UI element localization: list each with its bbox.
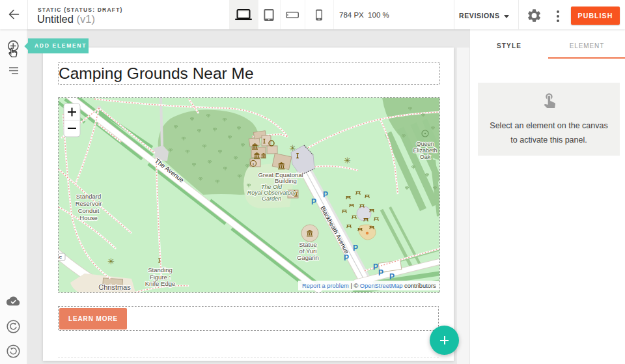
svg-text:House: House	[79, 214, 97, 221]
svg-text:Queen: Queen	[416, 141, 434, 147]
svg-text:Gagarin: Gagarin	[297, 254, 319, 261]
svg-text:Elizabeth: Elizabeth	[413, 147, 437, 154]
svg-text:Christmas: Christmas	[98, 283, 131, 291]
svg-text:Standard: Standard	[76, 193, 102, 200]
svg-text:Report a problem | © OpenStree: Report a problem | © OpenStreetMap contr…	[302, 283, 436, 289]
svg-text:Oak: Oak	[420, 154, 431, 160]
svg-text:i: i	[253, 161, 254, 167]
svg-text:ve: ve	[59, 254, 62, 260]
svg-text:Knife Edge: Knife Edge	[145, 280, 175, 287]
svg-text:Conduit: Conduit	[78, 207, 100, 214]
svg-text:Garden: Garden	[262, 195, 281, 202]
svg-text:Reservoir: Reservoir	[76, 200, 102, 207]
svg-text:Standing: Standing	[148, 266, 173, 273]
